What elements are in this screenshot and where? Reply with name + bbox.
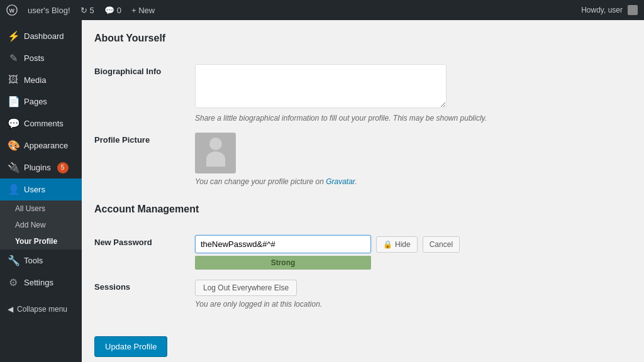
bio-label: Biographical Info [94, 67, 161, 76]
collapse-icon: ◀ [8, 305, 13, 314]
sessions-row: Sessions Log Out Everywhere Else You are… [94, 275, 631, 314]
hide-password-button[interactable]: 🔒 Hide [376, 236, 418, 253]
comment-icon: 💬 [104, 6, 114, 15]
sidebar-label-comments: Comments [24, 119, 64, 128]
update-profile-label: Update Profile [105, 342, 157, 351]
updates-count: 5 [90, 6, 94, 15]
pages-icon: 📄 [8, 96, 19, 107]
sidebar-label-appearance: Appearance [24, 141, 68, 150]
sidebar-item-users[interactable]: 👤 Users [0, 178, 82, 200]
log-out-everywhere-button[interactable]: Log Out Everywhere Else [195, 280, 297, 296]
settings-icon: ⚙ [8, 277, 19, 288]
password-strength-bar: Strong [195, 256, 371, 270]
password-input[interactable] [195, 235, 371, 253]
user-avatar[interactable] [628, 5, 638, 15]
dashboard-icon: ⚡ [8, 30, 19, 42]
sessions-label: Sessions [94, 282, 130, 292]
bio-input[interactable] [195, 64, 447, 108]
gravatar-link[interactable]: Gravatar [326, 177, 355, 186]
tools-icon: 🔧 [8, 255, 19, 266]
avatar-body [206, 151, 225, 167]
profile-picture-label: Profile Picture [94, 135, 150, 145]
main-content: About Yourself Biographical Info Share a… [82, 20, 644, 362]
sidebar-label-plugins: Plugins [24, 163, 51, 172]
new-password-row: New Password 🔒 Hide Cancel [94, 230, 631, 275]
update-profile-button[interactable]: Update Profile [94, 336, 167, 357]
about-section-title: About Yourself [94, 33, 631, 49]
comments-count: 0 [117, 6, 121, 15]
sessions-description: You are only logged in at this location. [195, 300, 631, 309]
wp-logo-link[interactable]: W [6, 4, 18, 16]
sidebar-item-pages[interactable]: 📄 Pages [0, 90, 82, 112]
avatar-placeholder [203, 138, 228, 169]
plugins-icon: 🔌 [8, 162, 19, 173]
comments-sidebar-icon: 💬 [8, 118, 19, 129]
password-input-wrap: 🔒 Hide Cancel [195, 235, 631, 253]
new-label: + New [131, 6, 155, 15]
sidebar-item-plugins[interactable]: 🔌 Plugins 5 [0, 156, 82, 178]
collapse-label: Collapse menu [17, 305, 67, 314]
profile-picture [195, 133, 236, 173]
users-submenu: All Users Add New Your Profile [0, 200, 82, 250]
submenu-your-profile[interactable]: Your Profile [0, 233, 82, 250]
gravatar-prefix: You can change your profile picture on [195, 177, 326, 186]
refresh-icon: ↻ [80, 6, 87, 15]
all-users-label: All Users [15, 204, 45, 213]
avatar-head [209, 138, 222, 150]
users-icon: 👤 [8, 184, 19, 195]
hide-label: Hide [395, 240, 411, 249]
sidebar-item-tools[interactable]: 🔧 Tools [0, 250, 82, 272]
sidebar-item-comments[interactable]: 💬 Comments [0, 112, 82, 134]
add-new-label: Add New [15, 221, 46, 229]
bio-description: Share a little biographical information … [195, 114, 631, 123]
plugins-badge: 5 [57, 162, 69, 173]
cancel-password-button[interactable]: Cancel [423, 236, 460, 253]
posts-icon: ✎ [8, 52, 19, 64]
updates-link[interactable]: ↻ 5 [80, 6, 94, 15]
submenu-all-users[interactable]: All Users [0, 200, 82, 217]
sidebar-item-settings[interactable]: ⚙ Settings [0, 272, 82, 293]
sidebar-label-pages: Pages [24, 97, 47, 106]
comments-link[interactable]: 💬 0 [104, 6, 121, 15]
profile-picture-row: Profile Picture You can change your prof… [94, 128, 631, 191]
site-name: user's Blog! [28, 6, 70, 15]
admin-bar: W user's Blog! ↻ 5 💬 0 + New Howdy, user [0, 0, 644, 20]
appearance-icon: 🎨 [8, 140, 19, 151]
account-form-table: New Password 🔒 Hide Cancel [94, 230, 631, 314]
svg-text:W: W [9, 8, 15, 14]
new-password-label: New Password [94, 238, 152, 247]
sidebar-label-users: Users [24, 185, 45, 194]
wp-logo-icon: W [6, 4, 18, 16]
sidebar-item-media[interactable]: 🖼 Media [0, 69, 82, 90]
sidebar-item-appearance[interactable]: 🎨 Appearance [0, 134, 82, 156]
sidebar-label-settings: Settings [24, 278, 53, 287]
sidebar-label-dashboard: Dashboard [24, 31, 64, 41]
hide-icon: 🔒 [383, 240, 392, 249]
password-strength-indicator: Strong [195, 256, 371, 270]
gravatar-suffix: . [355, 177, 357, 186]
admin-sidebar: ⚡ Dashboard ✎ Posts 🖼 Media 📄 Pages 💬 Co… [0, 20, 82, 362]
sidebar-label-media: Media [24, 75, 46, 85]
account-section-title: Account Management [94, 204, 631, 220]
sidebar-item-posts[interactable]: ✎ Posts [0, 47, 82, 69]
cancel-label: Cancel [430, 240, 453, 249]
about-form-table: Biographical Info Share a little biograp… [94, 59, 631, 191]
your-profile-label: Your Profile [15, 237, 57, 246]
sidebar-item-dashboard[interactable]: ⚡ Dashboard [0, 25, 82, 47]
howdy-text: Howdy, user [581, 6, 623, 14]
collapse-menu-button[interactable]: ◀ Collapse menu [0, 299, 82, 320]
sidebar-label-tools: Tools [24, 256, 43, 265]
log-out-label: Log Out Everywhere Else [203, 283, 289, 292]
new-content-link[interactable]: + New [131, 6, 155, 15]
submenu-add-new[interactable]: Add New [0, 217, 82, 233]
gravatar-description: You can change your profile picture on G… [195, 177, 631, 186]
bio-row: Biographical Info Share a little biograp… [94, 59, 631, 128]
sidebar-label-posts: Posts [24, 53, 45, 63]
site-name-link[interactable]: user's Blog! [28, 6, 70, 15]
media-icon: 🖼 [8, 74, 19, 85]
